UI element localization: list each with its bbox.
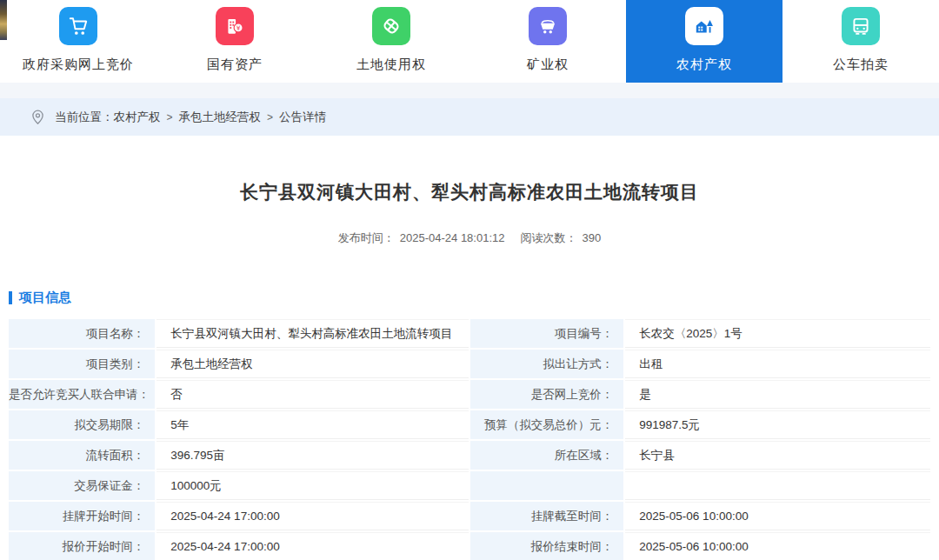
section-title: 项目信息: [19, 290, 71, 306]
article-meta: 发布时间：2025-04-24 18:01:12阅读次数：390: [0, 230, 939, 246]
nav-tab-land-use[interactable]: 土地使用权: [313, 0, 470, 83]
breadcrumb-item-contract-land[interactable]: 承包土地经营权: [179, 110, 262, 125]
field-label: 项目类别：: [9, 350, 155, 378]
bus-icon: [842, 7, 880, 45]
field-value: 991987.5元: [625, 410, 930, 439]
page-title: 长宁县双河镇大田村、犁头村高标准农田土地流转项目: [0, 180, 939, 204]
breadcrumb-separator: >: [267, 111, 273, 123]
location-pin-icon: [31, 110, 44, 125]
table-row: 挂牌开始时间：2025-04-24 17:00:00挂牌截至时间：2025-05…: [9, 502, 930, 530]
breadcrumb-prefix: 当前位置：: [55, 110, 114, 125]
table-row: 流转面积：396.795亩所在区域：长宁县: [9, 441, 930, 470]
table-row: 项目名称：长宁县双河镇大田村、犁头村高标准农田土地流转项目项目编号：长农交〈20…: [9, 319, 930, 348]
nav-tab-label: 政府采购网上竞价: [23, 57, 134, 73]
nav-tab-label: 土地使用权: [356, 57, 426, 73]
field-label: 报价结束时间：: [470, 532, 623, 560]
views-value: 390: [583, 231, 602, 244]
mine-cart-icon: [529, 7, 567, 45]
field-value: 2025-04-24 17:00:00: [156, 532, 469, 560]
house-tree-icon: [685, 7, 723, 45]
field-label: 项目名称：: [9, 319, 155, 348]
table-row: 项目类别：承包土地经营权拟出让方式：出租: [9, 350, 930, 378]
project-table-body: 项目名称：长宁县双河镇大田村、犁头村高标准农田土地流转项目项目编号：长农交〈20…: [9, 319, 930, 560]
table-row: 拟交易期限：5年预算（拟交易总价）元：991987.5元: [9, 410, 930, 439]
field-label: 报价开始时间：: [9, 532, 155, 560]
breadcrumb: 当前位置： 农村产权 > 承包土地经营权 > 公告详情: [0, 98, 939, 136]
table-row: 交易保证金：100000元: [9, 471, 930, 500]
field-value: 5年: [156, 410, 469, 439]
field-value: 出租: [625, 350, 930, 378]
table-row: 是否允许竞买人联合申请：否是否网上竞价：是: [9, 380, 930, 409]
field-value: 否: [156, 380, 469, 409]
nav-tab-rural-property[interactable]: 农村产权: [626, 0, 782, 83]
field-value: 长农交〈2025〉1号: [625, 319, 930, 348]
breadcrumb-item-notice-detail[interactable]: 公告详情: [279, 110, 326, 125]
field-value: 100000元: [156, 471, 469, 500]
field-label: 预算（拟交易总价）元：: [470, 410, 623, 439]
field-value: 承包土地经营权: [156, 350, 469, 378]
field-label: 是否网上竞价：: [470, 380, 623, 409]
field-label: 挂牌截至时间：: [470, 502, 623, 530]
nav-tab-mining[interactable]: 矿业权: [470, 0, 626, 83]
nav-tab-state-assets[interactable]: ¥ 国有资产: [156, 0, 313, 83]
category-nav: 政府采购网上竞价 ¥ 国有资产 土地使用权: [0, 0, 939, 83]
publish-time-value: 2025-04-24 18:01:12: [400, 231, 505, 244]
land-parcel-icon: [372, 7, 410, 45]
background-image-sliver: [0, 0, 7, 40]
project-info-section-header: 项目信息: [9, 290, 939, 306]
nav-tab-gov-procurement[interactable]: 政府采购网上竞价: [0, 0, 156, 83]
building-coin-icon: ¥: [216, 7, 254, 45]
page-gap: [0, 83, 939, 98]
section-accent-bar: [9, 291, 12, 304]
field-label: 项目编号：: [470, 319, 623, 348]
field-value: 2025-05-06 10:00:00: [625, 532, 930, 560]
nav-tab-label: 农村产权: [676, 57, 732, 73]
table-row: 报价开始时间：2025-04-24 17:00:00报价结束时间：2025-05…: [9, 532, 930, 560]
svg-text:¥: ¥: [236, 24, 241, 32]
breadcrumb-item-rural-property[interactable]: 农村产权: [114, 110, 161, 125]
field-label: [470, 471, 623, 500]
field-label: 流转面积：: [9, 441, 155, 470]
publish-time-label: 发布时间：: [338, 231, 395, 244]
breadcrumb-separator: >: [167, 111, 173, 123]
nav-tab-bus-auction[interactable]: 公车拍卖: [782, 0, 939, 83]
field-value: [625, 471, 930, 500]
nav-tab-label: 国有资产: [207, 57, 263, 73]
field-label: 是否允许竞买人联合申请：: [9, 380, 155, 409]
field-label: 交易保证金：: [9, 471, 155, 500]
field-value: 长宁县: [625, 441, 930, 470]
field-value: 是: [625, 380, 930, 409]
field-value: 396.795亩: [156, 441, 469, 470]
field-label: 挂牌开始时间：: [9, 502, 155, 530]
field-value: 2025-05-06 10:00:00: [625, 502, 930, 530]
field-label: 所在区域：: [470, 441, 623, 470]
views-label: 阅读次数：: [521, 231, 577, 244]
cart-icon: [59, 7, 97, 45]
field-value: 2025-04-24 17:00:00: [156, 502, 469, 530]
project-info-table: 项目名称：长宁县双河镇大田村、犁头村高标准农田土地流转项目项目编号：长农交〈20…: [7, 317, 932, 560]
nav-tab-label: 公车拍卖: [833, 57, 889, 73]
nav-tab-label: 矿业权: [527, 57, 569, 73]
field-value: 长宁县双河镇大田村、犁头村高标准农田土地流转项目: [156, 319, 469, 348]
field-label: 拟出让方式：: [470, 350, 623, 378]
field-label: 拟交易期限：: [9, 410, 155, 439]
